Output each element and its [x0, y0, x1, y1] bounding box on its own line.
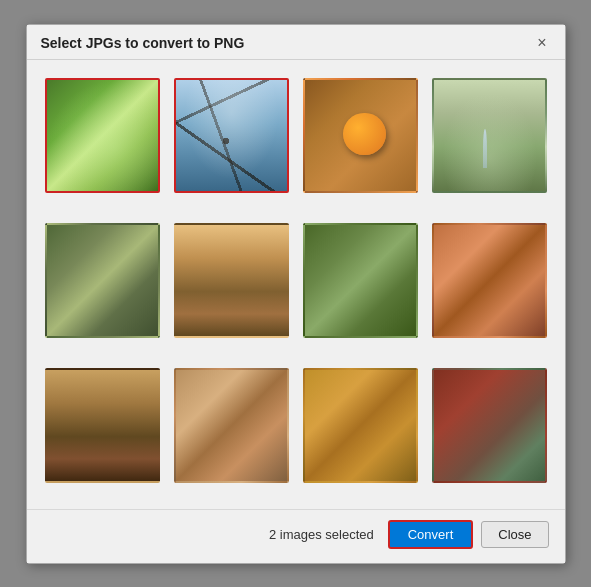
convert-button[interactable]: Convert	[388, 520, 474, 549]
image-cell-9[interactable]	[45, 368, 160, 483]
image-cell-3[interactable]	[303, 78, 418, 193]
dialog-footer: 2 images selected Convert Close	[27, 509, 565, 563]
header-close-button[interactable]: ×	[533, 35, 550, 51]
image-cell-12[interactable]	[432, 368, 547, 483]
dialog-title: Select JPGs to convert to PNG	[41, 35, 245, 51]
image-cell-7[interactable]	[303, 223, 418, 338]
image-cell-6[interactable]	[174, 223, 289, 338]
dialog-header: Select JPGs to convert to PNG ×	[27, 25, 565, 60]
image-cell-1[interactable]	[45, 78, 160, 193]
main-dialog: Select JPGs to convert to PNG × 2 images…	[26, 24, 566, 564]
image-cell-10[interactable]	[174, 368, 289, 483]
image-cell-8[interactable]	[432, 223, 547, 338]
image-grid	[27, 60, 565, 509]
image-cell-5[interactable]	[45, 223, 160, 338]
image-cell-11[interactable]	[303, 368, 418, 483]
status-text: 2 images selected	[269, 527, 374, 542]
close-button[interactable]: Close	[481, 521, 548, 548]
image-cell-2[interactable]	[174, 78, 289, 193]
image-cell-4[interactable]	[432, 78, 547, 193]
